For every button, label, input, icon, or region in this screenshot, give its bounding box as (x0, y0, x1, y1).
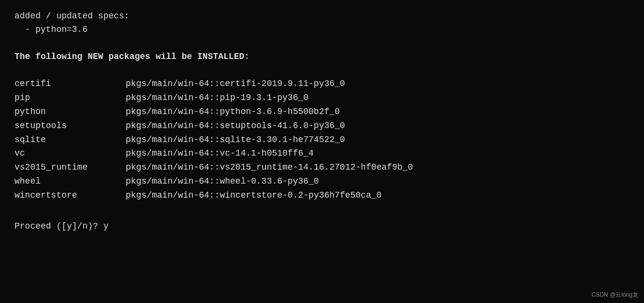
package-name: wincertstore (15, 188, 126, 202)
package-path: pkgs/main/win-64::sqlite-3.30.1-he774522… (126, 133, 345, 147)
table-row: wincertstorepkgs/main/win-64::wincertsto… (15, 188, 629, 202)
table-row: wheelpkgs/main/win-64::wheel-0.33.6-py36… (15, 174, 629, 188)
table-row: pythonpkgs/main/win-64::python-3.6.9-h55… (15, 105, 629, 119)
package-name: pip (15, 91, 126, 105)
terminal-window: added / updated specs: - python=3.6 The … (0, 0, 644, 303)
package-name: vs2015_runtime (15, 160, 126, 174)
new-packages-header: The following NEW packages will be INSTA… (15, 50, 629, 64)
package-name: setuptools (15, 119, 126, 133)
header-line2: - python=3.6 (15, 23, 629, 37)
package-name: vc (15, 146, 126, 160)
watermark: CSDN @云long龙 (592, 291, 638, 299)
table-row: pippkgs/main/win-64::pip-19.3.1-py36_0 (15, 91, 629, 105)
package-name: certifi (15, 77, 126, 91)
prompt-line: Proceed ([y]/n)? y (15, 220, 629, 233)
table-row: certifipkgs/main/win-64::certifi-2019.9.… (15, 77, 629, 91)
empty-line-3 (15, 202, 629, 216)
header-line1: added / updated specs: (15, 10, 629, 23)
table-row: setuptoolspkgs/main/win-64::setuptools-4… (15, 119, 629, 133)
table-row: sqlitepkgs/main/win-64::sqlite-3.30.1-he… (15, 133, 629, 147)
package-path: pkgs/main/win-64::setuptools-41.6.0-py36… (126, 119, 345, 133)
table-row: vs2015_runtimepkgs/main/win-64::vs2015_r… (15, 160, 629, 174)
empty-line-1 (15, 37, 629, 50)
package-name: wheel (15, 174, 126, 188)
empty-line-2 (15, 64, 629, 77)
packages-list: certifipkgs/main/win-64::certifi-2019.9.… (15, 77, 629, 202)
package-name: python (15, 105, 126, 119)
package-path: pkgs/main/win-64::wincertstore-0.2-py36h… (126, 188, 381, 202)
package-path: pkgs/main/win-64::vc-14.1-h0510ff6_4 (126, 146, 314, 160)
package-path: pkgs/main/win-64::certifi-2019.9.11-py36… (126, 77, 345, 91)
terminal-content: added / updated specs: - python=3.6 The … (15, 10, 629, 233)
package-path: pkgs/main/win-64::wheel-0.33.6-py36_0 (126, 174, 319, 188)
package-path: pkgs/main/win-64::python-3.6.9-h5500b2f_… (126, 105, 340, 119)
package-path: pkgs/main/win-64::pip-19.3.1-py36_0 (126, 91, 308, 105)
table-row: vcpkgs/main/win-64::vc-14.1-h0510ff6_4 (15, 146, 629, 160)
package-name: sqlite (15, 133, 126, 147)
package-path: pkgs/main/win-64::vs2015_runtime-14.16.2… (126, 160, 413, 174)
